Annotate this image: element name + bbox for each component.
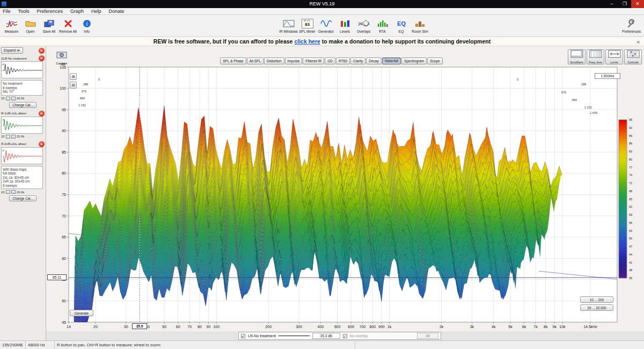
change-cal-button[interactable]: Change Cal... [9,195,36,201]
svg-text:864: 864 [80,97,85,100]
menu-file[interactable]: File [0,8,14,15]
remove-measurement-icon[interactable]: ✕ [39,111,45,117]
remove-all-button[interactable]: Remove All [58,16,77,36]
tab-rt60[interactable]: RT60 [336,57,350,64]
legend-checkbox[interactable]: ✔ [241,334,245,338]
room-sim-button[interactable]: Room Sim [411,16,429,36]
close-button[interactable]: ✕ [631,0,644,8]
change-cal-button[interactable]: Change Cal... [9,102,36,108]
eq-icon: EQ [396,18,407,29]
generate-button[interactable]: Generate [70,310,93,316]
save-all-button[interactable]: Save All [40,16,58,36]
tab-spectrogram[interactable]: Spectrogram [401,57,427,64]
generator-button[interactable]: Generator [317,16,335,36]
ir-windows-button[interactable]: IR Windows [279,16,298,36]
waterfall-plot[interactable]: 1420304050607080901002003004005006007008… [46,46,644,331]
controls-button[interactable]: Controls [624,49,642,64]
svg-text:10k: 10k [559,325,566,329]
open-button[interactable]: Open [21,16,40,36]
expand-button[interactable]: Expand ≫ [1,47,23,54]
svg-text:700: 700 [360,325,366,329]
svg-text:65: 65 [629,198,632,201]
measurement-check-icon[interactable]: ✔ [2,148,5,152]
spl-meter-button[interactable]: dB SPL83SPL Meter [298,16,317,36]
tab-waterfall[interactable]: Waterfall [382,57,401,64]
svg-text:8k: 8k [544,325,548,329]
scrollbars-button[interactable]: Scrollbars [568,49,586,64]
legend-unit: dB [417,333,438,339]
svg-text:65: 65 [62,235,66,239]
capture-button[interactable]: Capture [53,51,70,69]
limits-button[interactable]: Limits [605,49,623,64]
window-title: REW V5.19 [0,0,644,8]
measurement-item[interactable]: R-1xR+1xL-absor✕✔2020.0k [1,111,45,139]
levels-button[interactable]: Levels [335,16,354,36]
graph-zoom-icon[interactable]: ⊕ [70,73,77,80]
measure-button[interactable]: Measure [2,16,21,36]
measurement-range: 2020.0k [1,190,45,194]
info-button[interactable]: iInfo [77,16,96,36]
menu-help[interactable]: Help [87,8,105,15]
measurement-check-icon[interactable]: ✔ [2,118,5,121]
svg-text:70: 70 [62,214,66,218]
menu-graph[interactable]: Graph [67,8,87,15]
tab-spl-phase[interactable]: SPL & Phase [220,57,246,64]
maximize-button[interactable]: ❐ [618,0,631,8]
range-button-10-200[interactable]: 10 ... 200 [580,296,613,303]
svg-text:7k: 7k [533,325,538,329]
banner-close-icon[interactable]: ✕ [636,38,640,47]
tab-filtered-ir[interactable]: Filtered IR [303,57,324,64]
measurement-check-icon[interactable]: ✔ [2,62,5,66]
measurement-item[interactable]: R-2xR+2xL-absor✕✔With Bass-trapsfull sta… [1,141,45,202]
measurement-range: 2020.0k [1,135,45,139]
tab-scope[interactable]: Scope [427,57,442,64]
overlay-checkbox[interactable]: ✔ [343,334,347,338]
svg-text:95: 95 [62,108,66,112]
measurement-notes: With Bass-trapsfull stack:2xL ca. 80x45 … [1,166,43,190]
donation-link[interactable]: click here [294,38,320,45]
toolbar-label: Levels [340,30,350,33]
minimize-button[interactable]: – [605,0,618,8]
generator-icon [320,18,332,29]
preferences-button[interactable]: Preferences [622,16,641,36]
remove-measurement-icon[interactable]: ✕ [39,141,45,147]
tab-decay[interactable]: Decay [366,57,381,64]
svg-text:100: 100 [213,325,219,329]
remove-measurement-icon[interactable]: ✕ [39,55,45,61]
remove-all-measurements-icon[interactable]: ✕ [39,48,45,54]
graph-grid-icon[interactable]: ⊞ [70,82,77,89]
menu-preferences[interactable]: Preferences [33,8,67,15]
legend-bar: ✔ LR-No treatment 35.3 dB ✔ No overlay d… [238,332,441,340]
mouse-hint: R button to pan, Ctrl+R button to measur… [55,341,355,349]
svg-text:83: 83 [629,150,632,153]
tab-impulse[interactable]: Impulse [285,57,303,64]
measurement-item[interactable]: 1LR-No treatment✕✔No treatment8 sweepsMi… [1,55,45,108]
overlays-button[interactable]: Overlays [354,16,373,36]
waterfall-chart[interactable]: 1420304050607080901002003004005006007008… [46,46,644,331]
freq-axis-button[interactable]: Freq. Axis [587,49,604,64]
measurement-thumbnail[interactable]: ✔ [1,147,43,164]
tab-gd[interactable]: GD [325,57,335,64]
menu-donate[interactable]: Donate [105,8,128,15]
ir-windows-icon [283,18,295,29]
svg-text:53: 53 [629,229,632,232]
svg-text:288: 288 [83,83,88,86]
range-button-20-20000[interactable]: 20 ... 20.000 [580,304,613,311]
svg-text:90: 90 [62,129,66,133]
svg-text:71: 71 [629,181,632,185]
tab-clarity[interactable]: Clarity [350,57,365,64]
tab-distortion[interactable]: Distortion [264,57,284,64]
eq-button[interactable]: EQEQ [392,16,411,36]
svg-text:41: 41 [629,261,632,264]
measurement-thumbnail[interactable]: ✔ [1,117,43,134]
tab-all-spl[interactable]: All SPL [247,57,264,64]
svg-text:86: 86 [629,142,632,145]
measurement-thumbnail[interactable]: ✔ [1,61,43,78]
toolbar-label: Remove All [59,30,77,33]
measurement-sidebar: Expand ≫ ✕ 1LR-No treatment✕✔No treatmen… [0,46,46,340]
rta-button[interactable]: RTA [373,16,392,36]
cursor-level-readout: 85.11 [47,274,67,280]
toolbar-label: Room Sim [412,30,428,33]
toolbar-label: Overlays [357,30,371,33]
menu-tools[interactable]: Tools [14,8,33,15]
